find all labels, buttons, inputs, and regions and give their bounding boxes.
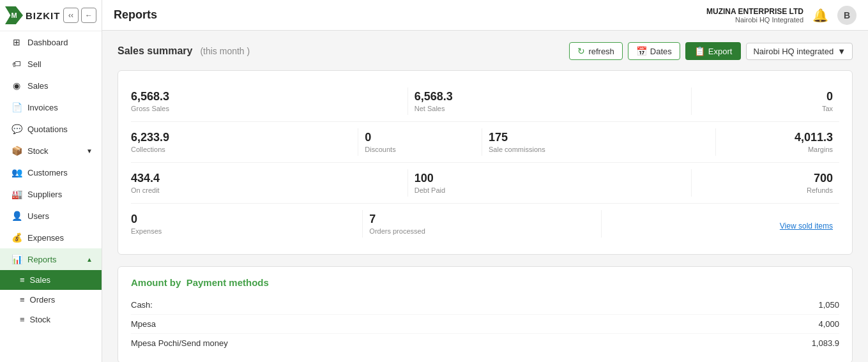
- payment-method-cash: Cash:: [131, 300, 153, 310]
- sidebar-item-dashboard[interactable]: ⊞ Dashboard: [0, 31, 102, 53]
- sidebar-item-label: Expenses: [27, 233, 64, 243]
- location-dropdown-label: Nairobi HQ integrated: [753, 47, 834, 56]
- quotations-icon: 💬: [11, 124, 22, 134]
- section-header: Sales summary (this month ) ↻ refresh 📅 …: [118, 42, 853, 60]
- summary-row-1: 6,568.3 Gross Sales 6,568.3 Net Sales 0 …: [131, 81, 839, 122]
- tax-value: 0: [698, 90, 833, 103]
- export-label: Export: [708, 47, 733, 56]
- export-button[interactable]: 📋 Export: [685, 42, 742, 60]
- refunds-label: Refunds: [698, 186, 833, 194]
- discounts-value: 0: [365, 131, 475, 144]
- payment-row-cash: Cash: 1,050: [131, 296, 839, 315]
- company-info: MUZINA ENTERPRISE LTD Nairobi HQ Integra…: [706, 7, 803, 24]
- main-wrapper: Reports MUZINA ENTERPRISE LTD Nairobi HQ…: [102, 0, 868, 362]
- on-credit-label: On credit: [131, 186, 401, 194]
- summary-row-4: 0 Expenses 7 Orders processed View sold …: [131, 204, 839, 244]
- payment-amount-mpesa: 4,000: [818, 319, 839, 329]
- gross-sales-value: 6,568.3: [131, 90, 401, 103]
- refunds-cell: 700 Refunds: [692, 169, 839, 197]
- payment-method-mpesa-pochi: Mpesa Pochi/Send money: [131, 338, 228, 348]
- sidebar-header: M BIZKIT ‹‹ ←: [0, 0, 102, 31]
- sidebar: M BIZKIT ‹‹ ← ⊞ Dashboard 🏷 Sell ◉ Sales…: [0, 0, 102, 362]
- payment-title-prefix: Amount by: [131, 277, 181, 288]
- nav-collapse-button[interactable]: ‹‹: [63, 8, 79, 23]
- sidebar-item-expenses[interactable]: 💰 Expenses: [0, 227, 102, 248]
- sidebar-item-stock[interactable]: 📦 Stock ▼: [0, 140, 102, 162]
- net-sales-cell: 6,568.3 Net Sales: [408, 87, 692, 115]
- orders-report-icon: ≡: [20, 295, 25, 305]
- refresh-label: refresh: [588, 47, 614, 56]
- commissions-label: Sale commissions: [489, 146, 709, 153]
- sidebar-sub-item-stock-report[interactable]: ≡ Stock: [0, 310, 102, 329]
- sidebar-item-sales[interactable]: ◉ Sales: [0, 75, 102, 96]
- refresh-button[interactable]: ↻ refresh: [569, 42, 622, 60]
- refunds-value: 700: [698, 172, 833, 185]
- sidebar-item-users[interactable]: 👤 Users: [0, 205, 102, 227]
- logo-text: BIZKIT: [26, 10, 60, 21]
- sidebar-item-label: Suppliers: [27, 190, 62, 199]
- stock-icon: 📦: [11, 146, 22, 156]
- chevron-down-icon: ▼: [837, 47, 846, 56]
- sidebar-item-customers[interactable]: 👥 Customers: [0, 162, 102, 183]
- orders-label: Orders processed: [369, 227, 594, 235]
- tax-cell: 0 Tax: [692, 87, 839, 115]
- customers-icon: 👥: [11, 167, 22, 177]
- sidebar-sub-item-sales-report[interactable]: ≡ Sales: [0, 270, 102, 290]
- main-content: Sales summary (this month ) ↻ refresh 📅 …: [102, 31, 868, 362]
- notification-bell-icon[interactable]: 🔔: [812, 8, 828, 23]
- commissions-value: 175: [489, 131, 709, 144]
- discounts-cell: 0 Discounts: [358, 128, 482, 156]
- payment-methods-section: Amount by Payment methods Cash: 1,050 Mp…: [118, 266, 853, 362]
- net-sales-label: Net Sales: [415, 105, 685, 112]
- sales-summary-title: Sales summary: [118, 45, 192, 57]
- refresh-icon: ↻: [577, 46, 585, 56]
- reports-chevron-icon: ▲: [86, 256, 93, 263]
- sidebar-item-quotations[interactable]: 💬 Quotations: [0, 118, 102, 140]
- debt-paid-value: 100: [415, 172, 685, 185]
- gross-sales-cell: 6,568.3 Gross Sales: [131, 87, 408, 115]
- sidebar-item-invoices[interactable]: 📄 Invoices: [0, 96, 102, 118]
- payment-amount-mpesa-pochi: 1,083.9: [812, 338, 839, 348]
- payment-amount-cash: 1,050: [818, 300, 839, 310]
- sales-summary-subtitle: (this month ): [200, 46, 250, 56]
- payment-title-highlight: Payment methods: [187, 277, 269, 288]
- expenses-icon: 💰: [11, 232, 22, 243]
- sidebar-sub-item-label: Stock: [30, 315, 51, 324]
- logo-icon: M: [5, 6, 23, 24]
- sidebar-sub-item-label: Sales: [30, 275, 51, 285]
- margins-value: 4,011.3: [722, 131, 833, 144]
- commissions-cell: 175 Sale commissions: [482, 128, 716, 156]
- location-dropdown[interactable]: Nairobi HQ integrated ▼: [746, 43, 853, 60]
- export-icon: 📋: [694, 46, 705, 56]
- user-avatar[interactable]: B: [837, 6, 857, 25]
- orders-value: 7: [369, 213, 594, 226]
- sidebar-item-label: Customers: [27, 168, 68, 177]
- sidebar-sub-item-orders-report[interactable]: ≡ Orders: [0, 290, 102, 310]
- sidebar-item-sell[interactable]: 🏷 Sell: [0, 53, 102, 75]
- orders-cell: 7 Orders processed: [363, 210, 601, 238]
- expenses-value: 0: [131, 213, 356, 226]
- sidebar-item-label: Reports: [27, 255, 57, 264]
- dashboard-icon: ⊞: [11, 37, 22, 47]
- reports-icon: 📊: [11, 254, 22, 264]
- stock-report-icon: ≡: [20, 315, 25, 324]
- sidebar-sub-item-label: Orders: [30, 295, 56, 305]
- on-credit-value: 434.4: [131, 172, 401, 185]
- collections-cell: 6,233.9 Collections: [131, 128, 358, 156]
- sidebar-item-label: Users: [27, 211, 49, 221]
- stock-chevron-icon: ▼: [86, 147, 93, 155]
- sidebar-item-label: Sales: [27, 81, 49, 91]
- view-sold-items-link[interactable]: View sold items: [780, 222, 833, 230]
- header-actions: ↻ refresh 📅 Dates 📋 Export Nairobi HQ in…: [569, 42, 853, 60]
- margins-cell: 4,011.3 Margins: [716, 128, 839, 156]
- topbar-right: MUZINA ENTERPRISE LTD Nairobi HQ Integra…: [706, 6, 857, 25]
- sidebar-item-suppliers[interactable]: 🏭 Suppliers: [0, 183, 102, 205]
- invoices-icon: 📄: [11, 102, 22, 112]
- gross-sales-label: Gross Sales: [131, 105, 401, 112]
- nav-arrows: ‹‹ ←: [63, 8, 96, 23]
- sell-icon: 🏷: [11, 59, 22, 69]
- nav-back-button[interactable]: ←: [81, 8, 96, 23]
- dates-button[interactable]: 📅 Dates: [628, 42, 680, 60]
- sidebar-item-reports[interactable]: 📊 Reports ▲: [0, 248, 102, 270]
- margins-label: Margins: [722, 146, 833, 153]
